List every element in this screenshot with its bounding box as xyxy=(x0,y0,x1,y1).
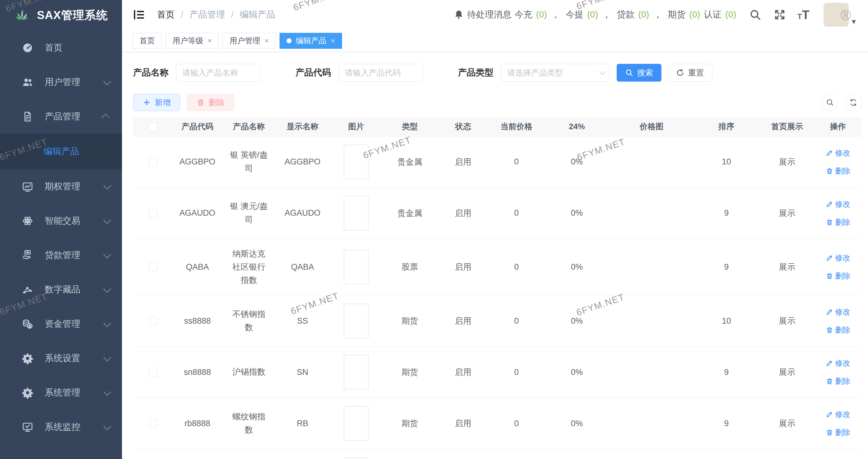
cell-display-name: AGAUDO xyxy=(276,188,329,239)
search-icon[interactable] xyxy=(748,8,762,22)
product-code-label: 产品代码 xyxy=(296,66,331,79)
delete-link-label: 删除 xyxy=(835,325,850,335)
main-area: 首页 / 产品管理 / 编辑产品 待处理消息 今充 (0)， 今提 (0)， 贷… xyxy=(122,0,868,459)
sidebar-item[interactable]: 智能交易 xyxy=(0,204,122,238)
coins-icon xyxy=(22,318,34,330)
delete-link[interactable]: 删除 xyxy=(826,166,850,176)
hamburger-icon[interactable] xyxy=(132,8,145,21)
cell-image xyxy=(329,188,383,239)
row-checkbox[interactable] xyxy=(149,317,157,325)
sidebar-item[interactable]: 系统设置 xyxy=(0,341,122,376)
product-image-placeholder xyxy=(344,304,368,338)
caret-down-icon[interactable]: ▾ xyxy=(852,18,856,27)
tab-编辑产品[interactable]: 编辑产品× xyxy=(280,33,342,49)
search-button-icon xyxy=(625,68,633,77)
cell-price-chart xyxy=(611,295,693,347)
tab-label: 用户管理 xyxy=(229,36,260,46)
avatar[interactable] xyxy=(824,3,849,27)
delete-link[interactable]: 删除 xyxy=(826,217,850,227)
sidebar-item[interactable]: 系统监控 xyxy=(0,410,122,444)
row-checkbox[interactable] xyxy=(149,158,157,166)
pending-count-value: (0) xyxy=(689,9,700,19)
delete-link[interactable]: 删除 xyxy=(826,427,850,437)
row-actions: 修改删除 xyxy=(816,253,860,281)
edit-link[interactable]: 修改 xyxy=(826,358,850,368)
column-header: 操作 xyxy=(814,117,862,136)
breadcrumb-home[interactable]: 首页 xyxy=(157,8,175,21)
delete-link[interactable]: 删除 xyxy=(826,376,850,386)
product-table-wrap: 产品代码产品名称显示名称图片类型状态当前价格24%价格图排序首页展示操作 AGG… xyxy=(133,117,862,459)
bell-icon[interactable] xyxy=(454,8,464,22)
search-button[interactable]: 搜索 xyxy=(617,64,661,82)
select-all-checkbox[interactable] xyxy=(149,122,157,131)
sidebar-item[interactable]: 产品管理 xyxy=(0,99,122,134)
delete-link-label: 删除 xyxy=(835,376,850,386)
sidebar-item[interactable]: 贷款管理 xyxy=(0,238,122,272)
row-checkbox[interactable] xyxy=(149,209,157,218)
sidebar-subitem[interactable]: 编辑产品 xyxy=(0,136,122,168)
edit-link[interactable]: 修改 xyxy=(826,409,850,420)
breadcrumb-separator: / xyxy=(181,10,183,20)
cell-type: 贵金属 xyxy=(383,188,436,239)
cell-actions: 修改删除 xyxy=(814,398,862,449)
row-checkbox[interactable] xyxy=(149,368,157,376)
cell-image xyxy=(329,295,383,347)
delete-link[interactable]: 删除 xyxy=(826,271,850,281)
edit-link[interactable]: 修改 xyxy=(826,253,850,263)
cell-home-show: 展示 xyxy=(760,188,814,239)
row-select-cell xyxy=(133,136,173,188)
table-refresh-button[interactable] xyxy=(845,94,862,111)
table-search-button[interactable] xyxy=(822,94,839,111)
chevron-down-icon xyxy=(103,388,111,396)
column-header: 首页展示 xyxy=(760,117,814,136)
product-name-text: 不锈钢指数 xyxy=(230,308,268,334)
sidebar-item[interactable]: 系统管理 xyxy=(0,376,122,410)
add-button[interactable]: 新增 xyxy=(133,94,180,111)
reset-button[interactable]: 重置 xyxy=(668,64,712,82)
pending-count-今提: 今提 (0)， xyxy=(563,9,615,19)
cell-type: 期货 xyxy=(383,295,436,347)
sidebar-item-label: 智能交易 xyxy=(45,215,80,227)
sidebar-item[interactable]: 资金管理 xyxy=(0,307,122,341)
product-type-select[interactable]: 请选择产品类型 xyxy=(501,64,610,82)
cell-display-name: RB xyxy=(276,398,329,449)
edit-link[interactable]: 修改 xyxy=(826,199,850,209)
delete-button[interactable]: 删除 xyxy=(187,94,234,111)
edit-link-label: 修改 xyxy=(835,148,850,158)
cell-display-name: QABA xyxy=(276,239,329,295)
row-checkbox[interactable] xyxy=(149,419,157,428)
tab-用户等级[interactable]: 用户等级× xyxy=(165,33,219,49)
logo-row: SAX管理系统 xyxy=(0,0,122,31)
delete-link[interactable]: 删除 xyxy=(826,325,850,335)
cell-type: 期货 xyxy=(383,347,436,398)
tab-首页[interactable]: 首页 xyxy=(132,33,162,49)
product-code-input[interactable] xyxy=(338,64,423,82)
header-right: 待处理消息 今充 (0)， 今提 (0)， 贷款 (0)， 期货 (0) 认证 … xyxy=(454,3,856,27)
sidebar-item[interactable]: 首页 xyxy=(0,31,122,65)
pending-message-items: 今充 (0)， 今提 (0)， 贷款 (0)， 期货 (0) 认证 (0) xyxy=(515,8,738,21)
sidebar-item[interactable]: 期权管理 xyxy=(0,169,122,204)
close-icon[interactable]: × xyxy=(331,37,335,45)
product-image-placeholder xyxy=(344,250,368,284)
row-actions: 修改删除 xyxy=(816,409,860,437)
pending-count-label: 今充 xyxy=(515,9,535,19)
app-title: SAX管理系统 xyxy=(37,8,107,23)
font-size-icon[interactable]: TT xyxy=(798,8,809,22)
product-name-input[interactable] xyxy=(176,64,260,82)
table-row xyxy=(133,449,862,459)
row-checkbox[interactable] xyxy=(149,263,157,271)
close-icon[interactable]: × xyxy=(208,37,212,45)
delete-link-label: 删除 xyxy=(835,427,850,437)
user-menu: ▾ xyxy=(824,3,856,27)
top-header: 首页 / 产品管理 / 编辑产品 待处理消息 今充 (0)， 今提 (0)， 贷… xyxy=(122,0,868,29)
close-icon[interactable]: × xyxy=(265,37,269,45)
breadcrumb-item[interactable]: 产品管理 xyxy=(189,8,225,21)
product-name-label: 产品名称 xyxy=(133,66,168,79)
sidebar-item[interactable]: 用户管理 xyxy=(0,65,122,99)
tab-用户管理[interactable]: 用户管理× xyxy=(222,33,276,49)
users-icon xyxy=(22,76,34,88)
fullscreen-icon[interactable] xyxy=(773,8,786,22)
edit-link[interactable]: 修改 xyxy=(826,307,850,317)
sidebar-item[interactable]: 数字藏品 xyxy=(0,272,122,307)
edit-link[interactable]: 修改 xyxy=(826,148,850,158)
